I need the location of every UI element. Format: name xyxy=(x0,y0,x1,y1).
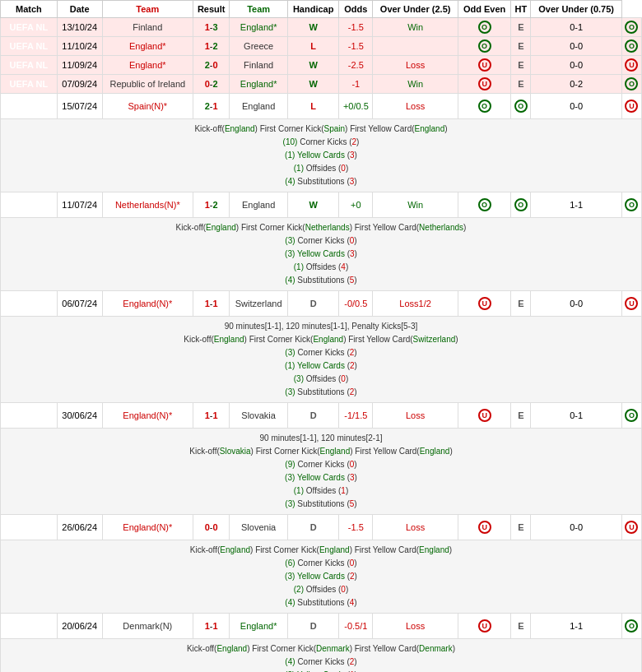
header-oe: Odd Even xyxy=(458,1,510,18)
ou25-cell: O xyxy=(458,192,510,218)
handicap-cell: +0 xyxy=(339,192,373,218)
team1-cell: Finland xyxy=(102,18,193,37)
detail-row: 90 minutes[1-1], 120 minutes[1-1], Penal… xyxy=(1,317,642,403)
ou25-cell: U xyxy=(458,291,510,317)
date-cell: 06/07/24 xyxy=(57,291,102,317)
score-cell: 1-2 xyxy=(193,192,230,218)
table-row: UEFA EURO 06/07/24 England(N)* 1-1 Switz… xyxy=(1,291,642,317)
ou075-cell: U xyxy=(621,291,641,317)
ou075-cell: U xyxy=(621,515,641,540)
odds-cell: Loss xyxy=(373,614,458,639)
team1-cell: Denmark(N) xyxy=(102,614,193,639)
detail-row: 90 minutes[1-1], 120 minutes[2-1]Kick-of… xyxy=(1,429,642,515)
ht-cell: 0-0 xyxy=(531,291,622,317)
ou075-cell: O xyxy=(621,614,641,639)
wdl-cell: D xyxy=(287,614,338,639)
date-cell: 15/07/24 xyxy=(57,94,102,119)
ou25-cell: O xyxy=(458,94,510,119)
wdl-cell: D xyxy=(287,403,338,429)
score-cell: 0-2 xyxy=(193,75,230,94)
odds-cell: Loss xyxy=(373,403,458,429)
oe-cell: O xyxy=(511,94,531,119)
team2-cell: Slovenia xyxy=(230,515,288,540)
score-cell: 2-0 xyxy=(193,56,230,75)
competition-cell: UEFA EURO xyxy=(1,291,58,317)
ht-cell: 0-0 xyxy=(531,37,622,56)
odds-cell: Loss1/2 xyxy=(373,291,458,317)
date-cell: 30/06/24 xyxy=(57,403,102,429)
team2-cell: England xyxy=(230,94,288,119)
table-row: UEFA NL 07/09/24 Republic of Ireland 0-2… xyxy=(1,75,642,94)
ou075-cell: O xyxy=(621,75,641,94)
header-ou25: Over Under (2.5) xyxy=(373,1,458,18)
header-ht: HT xyxy=(511,1,531,18)
date-cell: 11/07/24 xyxy=(57,192,102,218)
table-header: Match Date Team Result Team Handicap Odd… xyxy=(1,1,642,18)
detail-cell: Kick-off(England) First Corner Kick(Spai… xyxy=(1,119,642,192)
detail-row: Kick-off(England) First Corner Kick(Denm… xyxy=(1,639,642,673)
header-result: Result xyxy=(193,1,230,18)
wdl-cell: L xyxy=(287,37,338,56)
team1-cell: England(N)* xyxy=(102,403,193,429)
ht-cell: 1-1 xyxy=(531,614,622,639)
header-odds: Odds xyxy=(339,1,373,18)
score-cell: 2-1 xyxy=(193,94,230,119)
date-cell: 20/06/24 xyxy=(57,614,102,639)
wdl-cell: D xyxy=(287,291,338,317)
team1-cell: England* xyxy=(102,37,193,56)
handicap-cell: -1.5 xyxy=(339,515,373,540)
competition-cell: UEFA EURO xyxy=(1,94,58,119)
team2-cell: Switzerland xyxy=(230,291,288,317)
detail-cell: Kick-off(England) First Corner Kick(Neth… xyxy=(1,218,642,291)
ou25-cell: O xyxy=(458,37,510,56)
wdl-cell: W xyxy=(287,192,338,218)
ou075-cell: O xyxy=(621,37,641,56)
handicap-cell: -0/0.5 xyxy=(339,291,373,317)
team1-cell: England(N)* xyxy=(102,515,193,540)
oe-cell: O xyxy=(511,192,531,218)
team2-cell: England* xyxy=(230,614,288,639)
header-team1: Team xyxy=(102,1,193,18)
table-row: UEFA EURO 15/07/24 Spain(N)* 2-1 England… xyxy=(1,94,642,119)
wdl-cell: W xyxy=(287,56,338,75)
team2-cell: England* xyxy=(230,18,288,37)
handicap-cell: -1 xyxy=(339,75,373,94)
team1-cell: England* xyxy=(102,56,193,75)
odds-cell xyxy=(373,37,458,56)
oe-cell: E xyxy=(511,37,531,56)
competition-cell: UEFA EURO xyxy=(1,403,58,429)
ht-cell: 0-0 xyxy=(531,56,622,75)
oe-cell: E xyxy=(511,75,531,94)
team2-cell: England* xyxy=(230,75,288,94)
detail-cell: 90 minutes[1-1], 120 minutes[2-1]Kick-of… xyxy=(1,429,642,515)
score-cell: 1-3 xyxy=(193,18,230,37)
table-row: UEFA NL 11/09/24 England* 2-0 Finland W … xyxy=(1,56,642,75)
oe-cell: E xyxy=(511,18,531,37)
odds-cell: Loss xyxy=(373,56,458,75)
detail-row: Kick-off(England) First Corner Kick(Engl… xyxy=(1,540,642,614)
detail-cell: Kick-off(England) First Corner Kick(Denm… xyxy=(1,639,642,673)
competition-cell: UEFA EURO xyxy=(1,614,58,639)
ou25-cell: U xyxy=(458,515,510,540)
odds-cell: Loss xyxy=(373,515,458,540)
date-cell: 11/10/24 xyxy=(57,37,102,56)
detail-row: Kick-off(England) First Corner Kick(Neth… xyxy=(1,218,642,291)
team1-cell: Republic of Ireland xyxy=(102,75,193,94)
odds-cell: Loss xyxy=(373,94,458,119)
score-cell: 1-1 xyxy=(193,291,230,317)
score-cell: 0-0 xyxy=(193,515,230,540)
handicap-cell: -2.5 xyxy=(339,56,373,75)
detail-row: Kick-off(England) First Corner Kick(Spai… xyxy=(1,119,642,192)
header-team2: Team xyxy=(230,1,288,18)
oe-cell: E xyxy=(511,291,531,317)
handicap-cell: +0/0.5 xyxy=(339,94,373,119)
table-row: UEFA EURO 20/06/24 Denmark(N) 1-1 Englan… xyxy=(1,614,642,639)
detail-cell: Kick-off(England) First Corner Kick(Engl… xyxy=(1,540,642,614)
score-cell: 1-2 xyxy=(193,37,230,56)
header-match: Match xyxy=(1,1,58,18)
team2-cell: Greece xyxy=(230,37,288,56)
handicap-cell: -1/1.5 xyxy=(339,403,373,429)
ht-cell: 0-0 xyxy=(531,515,622,540)
team2-cell: England xyxy=(230,192,288,218)
competition-cell: UEFA NL xyxy=(1,37,58,56)
